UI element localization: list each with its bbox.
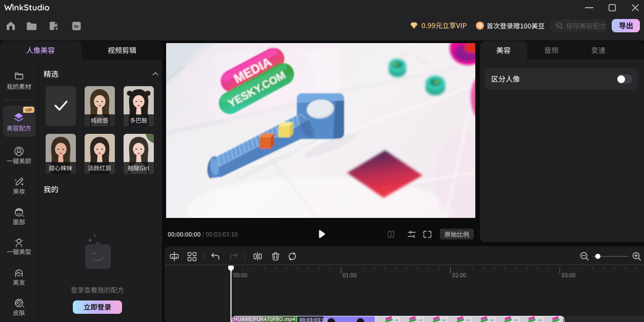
- svg-text:Pr: Pr: [74, 24, 79, 29]
